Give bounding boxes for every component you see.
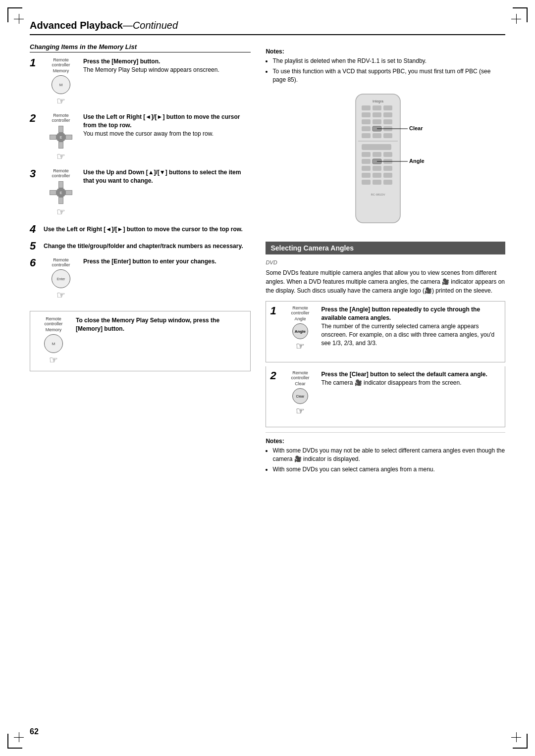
- camera-separator: [266, 432, 505, 433]
- camera-step-2-content: Press the [Clear] button to select the d…: [321, 370, 501, 387]
- notes-list: The playlist is deleted when the RDV-1.1…: [266, 57, 505, 84]
- step-2-icon: Remote controller E ☞: [44, 113, 78, 162]
- step-3-dpad-center: E: [56, 188, 66, 198]
- dvd-symbol: DVD: [266, 259, 505, 265]
- svg-rect-2: [362, 105, 371, 110]
- bottom-note-remote-sub: Memory: [46, 327, 62, 332]
- svg-rect-18: [362, 144, 391, 150]
- step-2-row: 2 Remote controller E ☞ Use the Left or …: [30, 113, 251, 162]
- page-header: Advanced Playback—Continued: [30, 20, 505, 35]
- svg-rect-19: [362, 152, 371, 157]
- bottom-note-box: Remote controller Memory M ☞ To close th…: [30, 311, 251, 371]
- camera-step-1-icon: Remote controller Angle Angle ☞: [284, 305, 316, 352]
- crosshair-br: [511, 732, 521, 742]
- camera-step-1-box: 1 Remote controller Angle Angle ☞ Press …: [266, 301, 505, 362]
- camera-title-text: Selecting Camera Angles: [270, 244, 354, 252]
- step-1-normal: The Memory Play Setup window appears ons…: [83, 66, 219, 73]
- step-5-row: 5 Change the title/group/folder and chap…: [30, 241, 251, 252]
- step-6-number: 6: [30, 257, 39, 268]
- step-1-remote-sub: Memory: [53, 68, 69, 73]
- step-6-row: 6 Remote controller Enter ☞ Press the [E…: [30, 257, 251, 301]
- camera-note-2: With some DVDs you can select camera ang…: [272, 465, 505, 474]
- step-5-number: 5: [30, 241, 39, 252]
- step-1-bold: Press the [Memory] button.: [83, 58, 160, 65]
- step-3-bold: Use the Up and Down [▲]/[▼] buttons to s…: [83, 169, 241, 184]
- svg-rect-11: [362, 126, 371, 131]
- left-column: Changing Items in the Memory List 1 Remo…: [30, 43, 251, 476]
- svg-rect-10: [383, 119, 392, 124]
- note-item-2: To use this function with a VCD that sup…: [272, 67, 505, 84]
- camera-step-2-remote-label: Remote controller: [284, 370, 316, 380]
- svg-rect-3: [373, 105, 381, 110]
- svg-rect-32: [373, 180, 381, 185]
- camera-step-1-hand-icon: ☞: [296, 340, 305, 352]
- step-1-memory-btn: M: [52, 75, 70, 94]
- step-2-bold: Use the Left or Right [◄]/[►] button to …: [83, 113, 240, 129]
- bottom-note-bold: To close the Memory Play Setup window, p…: [76, 317, 219, 332]
- step-6-icon: Remote controller Enter ☞: [44, 257, 78, 301]
- step-1-icon: Remote controller Memory M ☞: [44, 57, 78, 107]
- remote-diagram-wrapper: Integra: [341, 92, 430, 232]
- remote-svg: Integra: [341, 92, 430, 230]
- dpad-down: [58, 142, 63, 149]
- step-4-row: 4 Use the Left or Right [◄]/[►] button t…: [30, 224, 251, 235]
- crosshair-bl: [14, 732, 24, 742]
- svg-text:Angle: Angle: [409, 158, 425, 164]
- step-2-remote-label: Remote controller: [44, 113, 78, 123]
- remote-diagram-area: Integra: [266, 92, 505, 232]
- svg-rect-27: [383, 166, 392, 171]
- step-3-number: 3: [30, 168, 39, 179]
- step-3-hand-icon: ☞: [56, 206, 65, 218]
- bottom-note-icon: Remote controller Memory M ☞: [36, 316, 71, 366]
- bottom-note-hand-icon: ☞: [49, 354, 58, 366]
- bottom-note-remote-label: Remote controller: [36, 316, 71, 326]
- dpad-left: [50, 135, 56, 140]
- step-6-enter-btn: Enter: [52, 269, 70, 288]
- camera-step-2-bold: Press the [Clear] button to select the d…: [321, 371, 487, 378]
- step-4-bold: Use the Left or Right [◄]/[►] button to …: [44, 226, 243, 233]
- main-content: Changing Items in the Memory List 1 Remo…: [30, 43, 505, 476]
- svg-rect-4: [383, 105, 392, 110]
- step-3-dpad-down: [58, 197, 63, 204]
- camera-section-title: Selecting Camera Angles: [266, 242, 505, 254]
- step-3-dpad: E: [49, 180, 73, 205]
- svg-rect-29: [373, 173, 381, 178]
- step-5-content: Change the title/group/folder and chapte…: [44, 241, 251, 251]
- step-3-row: 3 Remote controller E ☞ Use the Up and D…: [30, 168, 251, 218]
- dpad-center: E: [56, 132, 66, 142]
- svg-rect-7: [383, 112, 392, 117]
- svg-rect-8: [362, 119, 371, 124]
- step-2-content: Use the Left or Right [◄]/[►] button to …: [83, 113, 251, 138]
- step-1-hand-icon: ☞: [56, 95, 65, 107]
- svg-text:RC-981DV: RC-981DV: [371, 193, 385, 196]
- camera-step-1-remote-sub: Angle: [294, 316, 306, 321]
- step-3-dpad-up: [58, 181, 63, 188]
- step-6-hand-icon: ☞: [56, 289, 65, 301]
- title-main: Advanced Playback: [30, 20, 123, 31]
- notes-title: Notes:: [266, 48, 505, 55]
- svg-rect-20: [373, 152, 381, 157]
- step-2-dpad: E: [49, 125, 73, 150]
- step-4-content: Use the Left or Right [◄]/[►] button to …: [44, 224, 251, 234]
- svg-text:Clear: Clear: [409, 125, 423, 131]
- page-title: Advanced Playback—Continued: [30, 20, 178, 31]
- camera-step-1-bold: Press the [Angle] button repeatedly to c…: [321, 306, 480, 321]
- step-3-dpad-right: [65, 190, 72, 195]
- svg-rect-16: [383, 133, 392, 138]
- step-5-bold: Change the title/group/folder and chapte…: [44, 243, 243, 250]
- svg-rect-9: [373, 119, 381, 124]
- camera-step-1-angle-btn: Angle: [292, 323, 308, 339]
- step-3-dpad-left: [50, 190, 56, 195]
- svg-rect-6: [373, 112, 381, 117]
- step-6-bold: Press the [Enter] button to enter your c…: [83, 258, 216, 265]
- svg-rect-28: [362, 173, 371, 178]
- svg-rect-21: [383, 152, 392, 157]
- step-3-remote-label: Remote controller: [44, 168, 78, 178]
- crosshair-tl: [14, 14, 24, 24]
- camera-step-2-hand-icon: ☞: [296, 405, 305, 417]
- camera-step-1-remote-label: Remote controller: [284, 305, 316, 315]
- dpad-right: [65, 135, 72, 140]
- camera-step-1-number: 1: [270, 305, 279, 316]
- camera-notes-list: With some DVDs you may not be able to se…: [266, 447, 505, 473]
- page: Advanced Playback—Continued Changing Ite…: [0, 0, 535, 756]
